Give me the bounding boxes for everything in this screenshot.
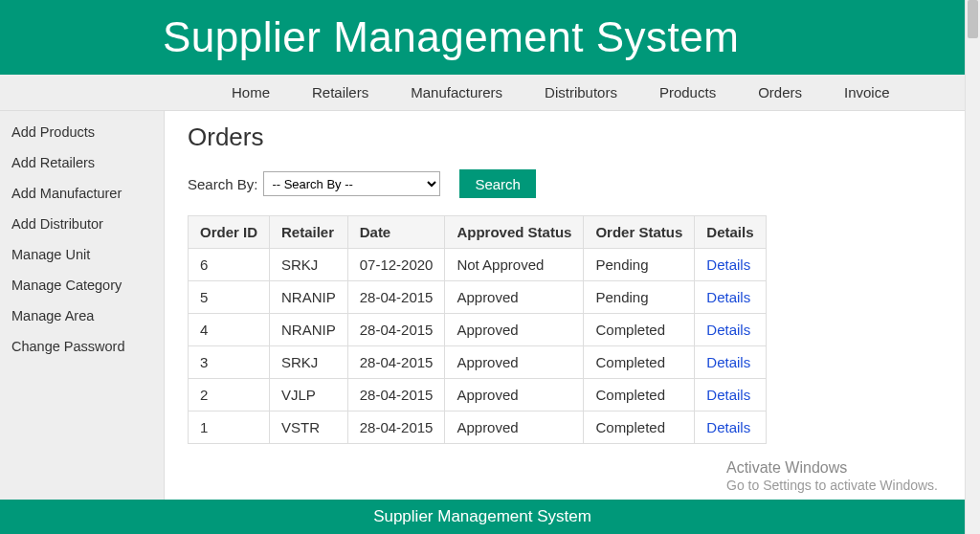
- cell-date: 28-04-2015: [347, 281, 445, 314]
- nav-invoice[interactable]: Invoice: [823, 75, 911, 111]
- nav-orders[interactable]: Orders: [737, 75, 823, 111]
- cell-order-status: Completed: [584, 346, 695, 379]
- cell-order-status: Pending: [584, 281, 695, 314]
- cell-date: 28-04-2015: [347, 379, 445, 412]
- table-row: 6 SRKJ 07-12-2020 Not Approved Pending D…: [189, 249, 767, 281]
- cell-retailer: NRANIP: [270, 281, 348, 314]
- nav-retailers[interactable]: Retailers: [291, 75, 390, 111]
- col-order-status: Order Status: [584, 216, 695, 249]
- nav-manufacturers[interactable]: Manufacturers: [390, 75, 523, 111]
- cell-retailer: SRKJ: [270, 346, 348, 379]
- cell-approved-status: Approved: [445, 281, 584, 314]
- footer-banner: Supplier Management System: [0, 500, 965, 534]
- scrollbar-thumb[interactable]: [968, 0, 978, 38]
- details-link[interactable]: Details: [706, 289, 750, 305]
- sidebar-item-change-password[interactable]: Change Password: [0, 331, 164, 362]
- cell-date: 07-12-2020: [347, 249, 445, 281]
- cell-approved-status: Not Approved: [445, 249, 584, 281]
- cell-order-id: 5: [189, 281, 270, 314]
- sidebar-item-manage-unit[interactable]: Manage Unit: [0, 239, 164, 270]
- cell-order-id: 1: [189, 412, 270, 444]
- main-content: Orders Search By: -- Search By -- Search…: [165, 111, 965, 500]
- details-link[interactable]: Details: [706, 256, 750, 273]
- table-row: 1 VSTR 28-04-2015 Approved Completed Det…: [189, 412, 767, 444]
- details-link[interactable]: Details: [706, 322, 750, 338]
- cell-details: Details: [695, 412, 766, 444]
- sidebar: Add Products Add Retailers Add Manufactu…: [0, 111, 165, 500]
- cell-approved-status: Approved: [445, 314, 584, 346]
- col-retailer: Retailer: [270, 216, 348, 249]
- cell-approved-status: Approved: [445, 379, 584, 412]
- details-link[interactable]: Details: [706, 354, 750, 370]
- top-nav: Home Retailers Manufacturers Distributor…: [0, 75, 965, 111]
- footer-text: Supplier Management System: [373, 507, 591, 526]
- nav-home[interactable]: Home: [211, 75, 291, 111]
- details-link[interactable]: Details: [706, 387, 750, 403]
- search-row: Search By: -- Search By -- Search: [188, 169, 946, 198]
- sidebar-item-add-distributor[interactable]: Add Distributor: [0, 209, 164, 239]
- cell-order-status: Completed: [584, 412, 695, 444]
- cell-details: Details: [695, 314, 766, 346]
- cell-approved-status: Approved: [445, 412, 584, 444]
- col-approved-status: Approved Status: [445, 216, 584, 249]
- cell-details: Details: [695, 379, 766, 412]
- col-date: Date: [347, 216, 445, 249]
- cell-approved-status: Approved: [445, 346, 584, 379]
- cell-date: 28-04-2015: [347, 346, 445, 379]
- nav-products[interactable]: Products: [638, 75, 737, 111]
- app-title: Supplier Management System: [163, 13, 739, 61]
- cell-date: 28-04-2015: [347, 412, 445, 444]
- cell-details: Details: [695, 249, 766, 281]
- sidebar-item-manage-area[interactable]: Manage Area: [0, 300, 164, 331]
- search-by-select[interactable]: -- Search By --: [263, 171, 440, 196]
- cell-order-status: Completed: [584, 314, 695, 346]
- cell-order-id: 4: [189, 314, 270, 346]
- col-details: Details: [695, 216, 766, 249]
- cell-order-id: 2: [189, 379, 270, 412]
- cell-order-status: Completed: [584, 379, 695, 412]
- cell-retailer: SRKJ: [270, 249, 348, 281]
- sidebar-item-add-manufacturer[interactable]: Add Manufacturer: [0, 178, 164, 209]
- search-label: Search By:: [188, 176, 257, 192]
- cell-retailer: NRANIP: [270, 314, 348, 346]
- col-order-id: Order ID: [189, 216, 270, 249]
- sidebar-item-add-retailers[interactable]: Add Retailers: [0, 147, 164, 178]
- cell-retailer: VJLP: [270, 379, 348, 412]
- search-button[interactable]: Search: [459, 169, 536, 198]
- orders-table-header-row: Order ID Retailer Date Approved Status O…: [189, 216, 767, 249]
- table-row: 5 NRANIP 28-04-2015 Approved Pending Det…: [189, 281, 767, 314]
- sidebar-item-manage-category[interactable]: Manage Category: [0, 270, 164, 300]
- cell-order-status: Pending: [584, 249, 695, 281]
- cell-details: Details: [695, 346, 766, 379]
- nav-distributors[interactable]: Distributors: [523, 75, 638, 111]
- cell-order-id: 6: [189, 249, 270, 281]
- details-link[interactable]: Details: [706, 419, 750, 435]
- cell-details: Details: [695, 281, 766, 314]
- table-row: 2 VJLP 28-04-2015 Approved Completed Det…: [189, 379, 767, 412]
- cell-retailer: VSTR: [270, 412, 348, 444]
- cell-date: 28-04-2015: [347, 314, 445, 346]
- table-row: 4 NRANIP 28-04-2015 Approved Completed D…: [189, 314, 767, 346]
- vertical-scrollbar[interactable]: [965, 0, 980, 534]
- table-row: 3 SRKJ 28-04-2015 Approved Completed Det…: [189, 346, 767, 379]
- cell-order-id: 3: [189, 346, 270, 379]
- orders-table: Order ID Retailer Date Approved Status O…: [188, 215, 767, 444]
- page-title: Orders: [188, 122, 946, 152]
- sidebar-item-add-products[interactable]: Add Products: [0, 117, 164, 147]
- header-banner: Supplier Management System: [0, 0, 965, 75]
